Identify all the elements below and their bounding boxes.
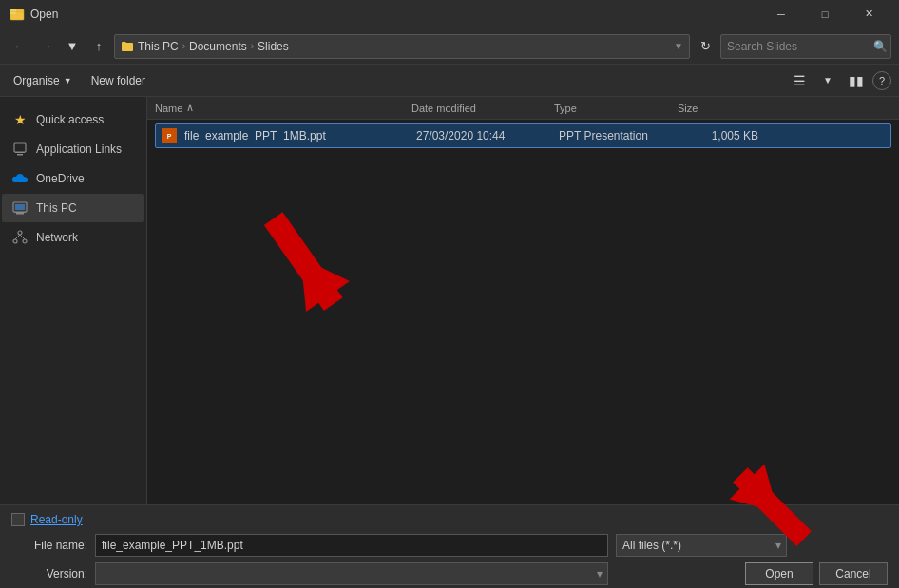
folder-icon	[121, 40, 134, 53]
sidebar-item-network[interactable]: Network	[2, 223, 144, 252]
window-icon	[10, 7, 25, 22]
maximize-button[interactable]: □	[804, 0, 846, 28]
version-select-wrap	[95, 562, 608, 585]
search-icon: 🔍	[873, 40, 888, 53]
svg-rect-9	[15, 204, 25, 210]
svg-rect-7	[16, 213, 24, 215]
search-bar: 🔍	[720, 34, 891, 59]
network-icon	[11, 229, 29, 246]
column-name[interactable]: Name ∧	[155, 102, 411, 114]
onedrive-icon	[11, 170, 29, 187]
navigation-toolbar: ← → ▼ ↑ This PC › Documents › Slides ▼ ↻…	[0, 28, 899, 65]
filetype-select[interactable]: All files (*.*) PPT Files (*.ppt) All Pr…	[616, 534, 787, 557]
svg-line-14	[20, 235, 25, 239]
sidebar-item-application-links[interactable]: Application Links	[2, 135, 144, 163]
window-controls: ─ □ ✕	[760, 0, 889, 28]
back-button[interactable]: ←	[8, 35, 30, 58]
sidebar-label-onedrive: OneDrive	[36, 172, 85, 185]
organise-button[interactable]: Organise ▼	[8, 70, 78, 91]
sidebar-label-quick-access: Quick access	[36, 113, 104, 126]
column-type[interactable]: Type	[554, 103, 678, 114]
readonly-label[interactable]: Read-only	[30, 513, 83, 526]
breadcrumb: This PC › Documents › Slides	[138, 40, 289, 53]
file-size-cell: 1,005 KB	[682, 129, 758, 142]
sidebar-label-this-pc: This PC	[36, 201, 77, 215]
sidebar: ★ Quick access Application Links OneDriv…	[0, 97, 147, 504]
close-button[interactable]: ✕	[848, 0, 889, 28]
cancel-button[interactable]: Cancel	[819, 562, 888, 585]
breadcrumb-part-documents[interactable]: Documents	[189, 40, 247, 53]
filename-label: File name:	[11, 539, 87, 552]
readonly-checkbox[interactable]	[11, 513, 25, 526]
sidebar-label-network: Network	[36, 231, 78, 244]
forward-button[interactable]: →	[34, 35, 57, 58]
file-list: P file_example_PPT_1MB.ppt 27/03/2020 10…	[147, 120, 899, 504]
thispc-icon	[11, 199, 29, 217]
address-bar[interactable]: This PC › Documents › Slides ▼	[114, 34, 690, 59]
view-toggle-button[interactable]: ☰	[787, 68, 812, 93]
filetype-select-wrap: All files (*.*) PPT Files (*.ppt) All Pr…	[616, 534, 787, 557]
sidebar-item-onedrive[interactable]: OneDrive	[2, 164, 144, 193]
breadcrumb-part-thispc[interactable]: This PC	[138, 40, 179, 53]
preview-pane-button[interactable]: ▮▮	[844, 68, 869, 93]
up-button[interactable]: ↑	[87, 35, 110, 58]
svg-line-13	[15, 235, 20, 239]
svg-point-10	[18, 231, 22, 235]
new-folder-label: New folder	[91, 74, 145, 87]
sort-indicator: ∧	[186, 102, 194, 114]
version-select[interactable]	[95, 562, 608, 585]
svg-point-12	[23, 239, 27, 243]
breadcrumb-part-slides[interactable]: Slides	[258, 40, 289, 53]
window-title: Open	[30, 8, 760, 21]
svg-rect-2	[10, 11, 24, 12]
view-controls: ☰ ▼ ▮▮ ?	[787, 68, 891, 93]
file-type-cell: PPT Presentation	[559, 129, 682, 142]
secondary-toolbar: Organise ▼ New folder ☰ ▼ ▮▮ ?	[0, 65, 899, 97]
address-dropdown-icon[interactable]: ▼	[674, 41, 683, 51]
main-content: ★ Quick access Application Links OneDriv…	[0, 97, 899, 504]
file-icon: P	[160, 126, 179, 145]
search-input[interactable]	[727, 40, 870, 53]
sidebar-label-application-links: Application Links	[36, 142, 122, 156]
sidebar-item-quick-access[interactable]: ★ Quick access	[2, 105, 144, 134]
table-row[interactable]: P file_example_PPT_1MB.ppt 27/03/2020 10…	[155, 123, 891, 148]
version-row: Version: Open Cancel	[11, 562, 888, 585]
star-icon: ★	[11, 111, 29, 128]
organise-dropdown-icon: ▼	[64, 76, 72, 85]
file-name-cell: file_example_PPT_1MB.ppt	[184, 129, 416, 142]
title-bar: Open ─ □ ✕	[0, 0, 899, 28]
minimize-button[interactable]: ─	[760, 0, 802, 28]
dropdown-button[interactable]: ▼	[61, 35, 84, 58]
dialog-buttons: Open Cancel	[745, 562, 888, 585]
file-date-cell: 27/03/2020 10:44	[416, 129, 559, 142]
bottom-area: Read-only File name: All files (*.*) PPT…	[0, 504, 899, 588]
svg-point-11	[13, 239, 17, 243]
column-headers: Name ∧ Date modified Type Size	[147, 97, 899, 120]
view-dropdown-button[interactable]: ▼	[815, 68, 840, 93]
applink-icon	[11, 141, 29, 158]
version-label: Version:	[11, 567, 87, 580]
help-button[interactable]: ?	[872, 71, 891, 90]
filename-row: File name: All files (*.*) PPT Files (*.…	[11, 534, 888, 557]
column-size[interactable]: Size	[678, 103, 754, 114]
column-date-modified[interactable]: Date modified	[411, 103, 554, 114]
filename-input[interactable]	[95, 534, 608, 557]
svg-rect-3	[14, 143, 26, 152]
refresh-button[interactable]: ↻	[694, 35, 717, 58]
open-button[interactable]: Open	[745, 562, 813, 585]
organise-label: Organise	[13, 74, 60, 87]
readonly-row: Read-only	[11, 513, 888, 526]
new-folder-button[interactable]: New folder	[86, 70, 151, 91]
sidebar-item-this-pc[interactable]: This PC	[2, 194, 144, 222]
svg-rect-4	[17, 154, 23, 156]
svg-rect-5	[15, 152, 25, 153]
svg-rect-8	[14, 212, 26, 213]
file-area: Name ∧ Date modified Type Size P file_ex…	[147, 97, 899, 504]
